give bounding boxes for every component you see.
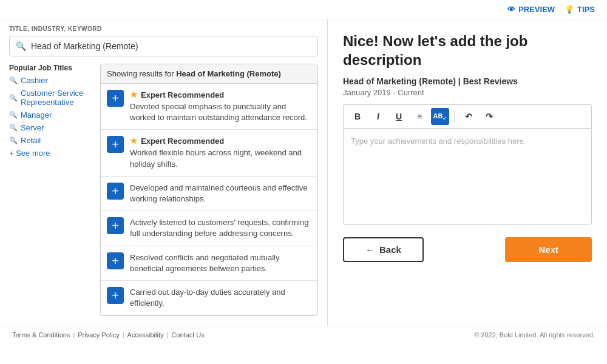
result-item-3: + Developed and maintained courteous and… [101,177,317,211]
add-btn-4[interactable]: + [107,217,124,234]
result-content-1: ★ Expert Recommended Devoted special emp… [130,90,311,123]
result-content-6: Carried out day-to-day duties accurately… [130,287,311,309]
results-panel: Showing results for Head of Marketing (R… [100,64,318,316]
result-item-5: + Resolved conflicts and negotiated mutu… [101,246,317,281]
tips-button[interactable]: 💡 TIPS [565,5,595,14]
tips-label: TIPS [577,5,595,14]
result-content-2: ★ Expert Recommended Worked flexible hou… [130,136,311,169]
add-btn-3[interactable]: + [107,183,124,200]
result-text-1: Devoted special emphasis to punctuality … [130,101,311,123]
bold-button[interactable]: B [348,108,367,125]
privacy-link[interactable]: Privacy Policy [78,331,119,339]
expert-label-1: ★ Expert Recommended [130,90,311,99]
top-bar: 👁 PREVIEW 💡 TIPS [0,0,607,19]
footer-copyright: © 2022, Bold Limited. All rights reserve… [474,331,595,339]
result-text-4: Actively listened to customers' requests… [130,217,311,239]
result-text-6: Carried out day-to-day duties accurately… [130,287,311,309]
add-btn-1[interactable]: + [107,90,124,107]
spellcheck-button[interactable]: AB✓ [431,108,449,125]
preview-label: PREVIEW [518,5,555,14]
expert-label-2: ★ Expert Recommended [130,136,311,146]
job-title-line: Head of Marketing (Remote) | Best Review… [343,76,592,86]
footer-links: Terms & Conditions | Privacy Policy | Ac… [12,331,205,339]
search-icon-sm: 🔍 [9,76,18,84]
undo-button[interactable]: ↶ [459,108,478,125]
sidebar-jobs: Popular Job Titles 🔍 Cashier 🔍 Customer … [9,64,318,316]
redo-button[interactable]: ↷ [480,108,498,125]
left-panel: TITLE, INDUSTRY, KEYWORD 🔍 Popular Job T… [0,19,328,326]
underline-button[interactable]: U [390,108,408,125]
result-text-3: Developed and maintained courteous and e… [130,183,311,204]
search-icon-sm: 🔍 [9,111,18,119]
page-title: Nice! Now let's add the job description [343,32,592,69]
job-title: Head of Marketing (Remote) [343,76,456,86]
next-button[interactable]: Next [505,237,592,262]
editor-area[interactable]: Type your achievements and responsibilit… [343,128,592,225]
popular-item-manager[interactable]: 🔍 Manager [9,110,94,120]
result-content-3: Developed and maintained courteous and e… [130,183,311,204]
popular-item-server[interactable]: 🔍 Server [9,123,94,132]
back-button[interactable]: ← Back [343,237,424,262]
result-text-2: Worked flexible hours across night, week… [130,147,311,169]
add-btn-2[interactable]: + [107,136,124,153]
search-icon-sm: 🔍 [9,94,18,102]
accessibility-link[interactable]: Accessibility [127,331,164,339]
star-icon-1: ★ [130,90,138,99]
result-content-4: Actively listened to customers' requests… [130,217,311,239]
company-name: Best Reviews [463,76,518,86]
result-item-6: + Carried out day-to-day duties accurate… [101,281,317,315]
list-button[interactable]: ≡ [410,108,429,125]
back-label: Back [379,244,401,255]
preview-button[interactable]: 👁 PREVIEW [507,5,555,14]
search-icon-sm: 🔍 [9,136,18,144]
add-btn-5[interactable]: + [107,252,124,269]
toolbar-separator [454,110,455,123]
see-more-button[interactable]: + See more [9,149,94,158]
terms-link[interactable]: Terms & Conditions [12,331,70,339]
search-input[interactable] [31,41,311,51]
job-date: January 2019 - Current [343,88,592,97]
section-label: TITLE, INDUSTRY, KEYWORD [9,25,318,32]
star-icon-2: ★ [130,136,138,146]
editor-placeholder: Type your achievements and responsibilit… [351,136,526,146]
right-panel: Nice! Now let's add the job description … [328,19,607,326]
popular-item-retail[interactable]: 🔍 Retail [9,136,94,145]
result-item-4: + Actively listened to customers' reques… [101,211,317,246]
results-query: Head of Marketing (Remote) [176,69,281,78]
result-item-1: + ★ Expert Recommended Devoted special e… [101,84,317,130]
eye-icon: 👁 [507,5,515,14]
bulb-icon: 💡 [565,5,574,14]
popular-titles-label: Popular Job Titles [9,64,94,72]
italic-button[interactable]: I [369,108,387,125]
search-box: 🔍 [9,36,318,56]
result-text-5: Resolved conflicts and negotiated mutual… [130,252,311,274]
add-btn-6[interactable]: + [107,287,124,304]
search-icon-sm: 🔍 [9,124,18,132]
footer: Terms & Conditions | Privacy Policy | Ac… [0,326,607,343]
popular-list: Popular Job Titles 🔍 Cashier 🔍 Customer … [9,64,100,316]
result-content-5: Resolved conflicts and negotiated mutual… [130,252,311,274]
result-item-2: + ★ Expert Recommended Worked flexible h… [101,130,317,176]
back-arrow-icon: ← [365,244,375,255]
editor-toolbar: B I U ≡ AB✓ ↶ ↷ [343,104,592,128]
popular-item-cashier[interactable]: 🔍 Cashier [9,76,94,85]
popular-item-customer-service[interactable]: 🔍 Customer ServiceRepresentative [9,89,94,107]
results-header: Showing results for Head of Marketing (R… [101,64,317,84]
contact-link[interactable]: Contact Us [171,331,204,339]
main-layout: TITLE, INDUSTRY, KEYWORD 🔍 Popular Job T… [0,19,607,326]
search-icon: 🔍 [16,41,26,51]
